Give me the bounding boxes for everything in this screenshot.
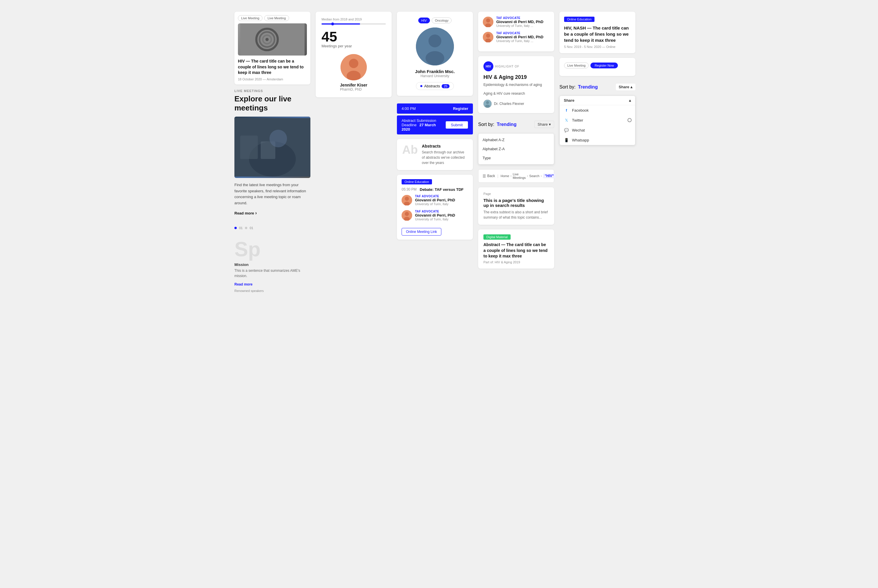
page-result-title: This is a page's title showing up in sea… xyxy=(483,198,549,208)
share-dropdown-label: Share xyxy=(564,98,574,103)
highlight-title: HIV & Aging 2019 xyxy=(483,74,549,80)
taf-advocates-row-1: TAF advocate Giovanni di Perri MD, PhD U… xyxy=(483,16,549,27)
tag-live-meeting-top-right[interactable]: Live Meeting xyxy=(564,63,588,68)
sort-item-az[interactable]: Alphabet A-Z xyxy=(479,135,554,144)
page-result-desc: The extra subtext is also a short and br… xyxy=(483,210,549,220)
taf-avatar-top-svg-1 xyxy=(483,16,493,27)
online-edu-tag[interactable]: Online Education xyxy=(564,16,594,22)
cursor-indicator xyxy=(627,118,632,122)
abstracts-content: Abstracts Search through our archive of … xyxy=(422,144,468,165)
sort-by-text: Sort by: xyxy=(478,122,494,127)
speaker-name: Jennifer Kiser xyxy=(340,83,367,87)
breadcrumb-home[interactable]: Home xyxy=(501,174,509,178)
dot-label-1: 01 xyxy=(239,226,243,230)
live-meeting-top-right-card: Live Meeting Register Now xyxy=(560,58,635,76)
highlight-tag-row: HIV HIGHLIGHT OF xyxy=(483,62,549,71)
share-facebook[interactable]: f Facebook xyxy=(560,105,635,115)
register-bar[interactable]: 4:00 PM Register xyxy=(397,104,473,114)
tag-hiv[interactable]: HIV xyxy=(418,18,430,23)
taf-name-top-2: Giovanni di Perri MD, PhD xyxy=(496,35,543,39)
sort-value-1[interactable]: Trending xyxy=(497,122,517,127)
meetings-label: Meetings per year xyxy=(321,44,386,48)
share-whatsapp[interactable]: 📱 Whatsapp xyxy=(560,135,635,145)
speaker-mission-label: Mission xyxy=(234,262,311,267)
svg-point-11 xyxy=(349,59,358,68)
online-edu-tag-row: Online Education xyxy=(564,16,631,22)
taf-uni-1: University of Turin, Italy xyxy=(415,202,455,206)
abstracts-count: 25 xyxy=(442,84,449,88)
sort-share-row-2: Sort by: Trending Share ▴ xyxy=(560,81,635,93)
breadcrumb-search[interactable]: Search xyxy=(529,174,540,178)
meetings-count: 45 xyxy=(321,30,386,44)
register-bars: 4:00 PM Register Abstract Submission Dea… xyxy=(397,100,473,134)
taf-role-2: TAF advocate xyxy=(415,210,455,213)
read-more-link[interactable]: Read more xyxy=(234,210,257,216)
online-meeting-link-button[interactable]: Online Meeting Link xyxy=(402,228,441,236)
share-button-2[interactable]: Share ▴ xyxy=(616,84,635,90)
sort-share-section: Sort by: Trending Share ▾ Alphabet A-Z A… xyxy=(478,118,554,165)
share-chevron-icon: ▾ xyxy=(549,122,551,126)
breadcrumb-sep-3: › xyxy=(541,174,542,178)
dot-active[interactable] xyxy=(234,227,237,229)
taf-uni-top-1: University of Turin, Italy ... xyxy=(496,24,543,27)
highlight-label: HIGHLIGHT OF xyxy=(495,65,519,68)
dot-inactive[interactable] xyxy=(245,227,247,229)
twitter-icon: 𝕏 xyxy=(564,117,569,123)
highlight-label-col: HIGHLIGHT OF xyxy=(495,65,519,68)
breadcrumb-sep-2: › xyxy=(527,174,528,178)
card-image-svg xyxy=(238,23,307,56)
renowned-speakers-label: Renowned speakers xyxy=(234,289,311,292)
abstracts-dot xyxy=(420,85,422,87)
speaker-read-more[interactable]: Read more xyxy=(234,282,252,286)
taf-avatar-svg-1 xyxy=(402,195,412,206)
highlight-speaker-row: Dr. Charles Flexner xyxy=(483,100,549,108)
abstracts-label: Abstracts xyxy=(424,84,440,88)
sort-item-type[interactable]: Type xyxy=(479,153,554,162)
median-label: Median from 2018 and 2019 xyxy=(321,18,386,21)
progress-bar xyxy=(321,23,386,24)
tag-live-meeting-2[interactable]: Live Meeting xyxy=(264,15,289,21)
back-label[interactable]: Back xyxy=(487,174,495,178)
taf-row-2: TAF advocate Giovanni di Perri, PhD Univ… xyxy=(402,210,468,221)
explore-image-svg xyxy=(234,117,311,178)
live-meeting-tags-row: Live Meeting Live Meeting xyxy=(238,15,307,21)
explore-description: Find the latest live meetings from your … xyxy=(234,182,311,206)
svg-point-15 xyxy=(426,51,444,65)
share-chevron-icon-2: ▴ xyxy=(630,85,632,89)
live-meeting-card-title: HIV — The card title can be a couple of … xyxy=(238,58,307,76)
event-time: 05:30 PM xyxy=(402,188,417,192)
share-twitter[interactable]: 𝕏 Twitter xyxy=(560,115,635,125)
taf-advocates-card: TAF advocate Giovanni di Perri MD, PhD U… xyxy=(478,12,554,51)
page-result-card: Page This is a page's title showing up i… xyxy=(478,188,554,225)
abstracts-icon: Ab xyxy=(402,144,418,156)
sort-item-za[interactable]: Alphabet Z-A xyxy=(479,144,554,153)
tag-oncology[interactable]: Oncology xyxy=(432,18,452,23)
event-online-edu-tag[interactable]: Online Education xyxy=(402,179,432,184)
breadcrumb-live-meetings[interactable]: Live Meetings xyxy=(513,172,526,180)
section-label: LIVE MEETINGS xyxy=(234,89,311,93)
share-facebook-label: Facebook xyxy=(572,108,588,112)
register-now-button[interactable]: Register Now xyxy=(590,63,618,68)
highlight-speaker-name: Dr. Charles Flexner xyxy=(494,102,524,106)
speaker-role: PharmD, PhD xyxy=(340,87,367,92)
share-button-1[interactable]: Share ▾ xyxy=(534,121,554,128)
sort-value-2[interactable]: Trending xyxy=(578,84,598,89)
speaker-mission-desc: This is a sentence that summarizes AME's… xyxy=(234,268,311,279)
sort-label-1: Sort by: Trending xyxy=(478,122,516,127)
sort-dropdown: Alphabet A-Z Alphabet Z-A Type xyxy=(478,133,554,165)
page-result-label: Page xyxy=(483,192,549,195)
share-dropdown-header[interactable]: Share ▴ xyxy=(560,96,635,105)
share-wechat[interactable]: 💬 Wechat xyxy=(560,125,635,135)
taf-role-top-1: TAF advocate xyxy=(496,16,543,20)
tag-live-meeting-1[interactable]: Live Meeting xyxy=(238,15,263,21)
register-button-label[interactable]: Register xyxy=(453,106,468,111)
svg-point-9 xyxy=(270,130,287,147)
dot-label-2: 01 xyxy=(250,226,253,230)
abstracts-pill[interactable]: Abstracts 25 xyxy=(416,82,453,90)
event-advocates: TAF advocate Giovanni di Perri, PhD Univ… xyxy=(402,195,468,221)
facebook-icon: f xyxy=(564,108,569,113)
taf-avatar-top-svg-2 xyxy=(483,32,493,42)
submit-button[interactable]: Submit xyxy=(446,121,468,129)
digital-material-tag[interactable]: Digital Material xyxy=(483,234,510,240)
event-title: Debate: TAF versus TDF xyxy=(420,188,464,192)
